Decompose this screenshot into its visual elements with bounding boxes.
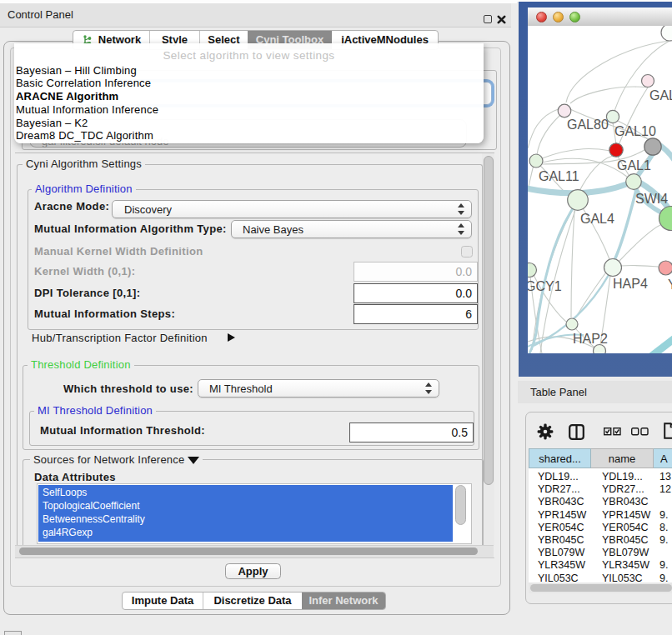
svg-text:Y: Y	[668, 278, 672, 292]
svg-text:HAP2: HAP2	[573, 332, 608, 346]
svg-text:HAP4: HAP4	[613, 277, 648, 291]
svg-text:GCY1: GCY1	[528, 279, 562, 293]
svg-text:GAL10: GAL10	[614, 124, 656, 138]
svg-text:GAL11: GAL11	[539, 169, 579, 183]
svg-text:GAL: GAL	[649, 88, 672, 102]
svg-text:GAL4: GAL4	[580, 212, 614, 226]
svg-text:SWI4: SWI4	[635, 192, 668, 206]
svg-text:GAL80: GAL80	[567, 118, 609, 132]
svg-text:GAL1: GAL1	[617, 158, 651, 172]
